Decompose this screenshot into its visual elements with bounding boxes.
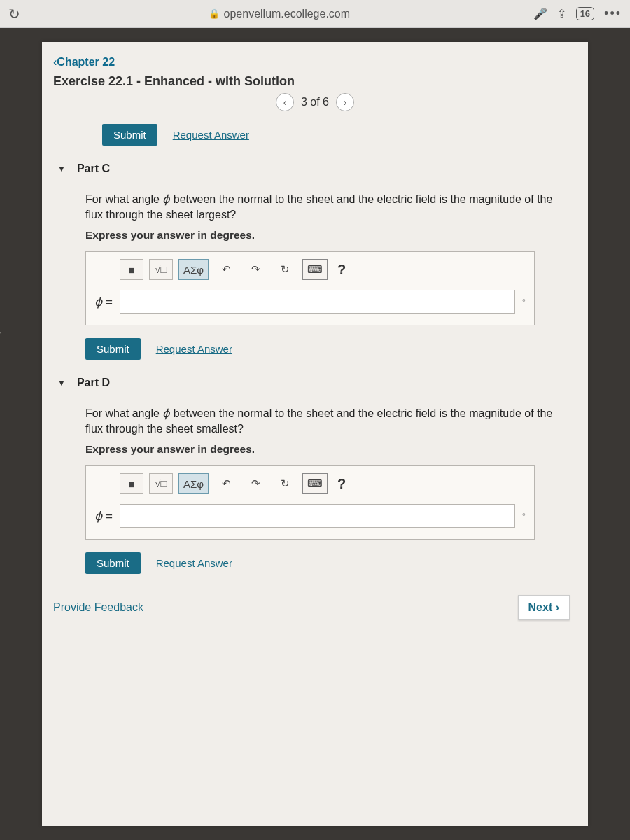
breadcrumb[interactable]: ‹Chapter 22 — [53, 56, 577, 69]
reset-button[interactable]: ↻ — [273, 473, 297, 494]
edge-chevron-icon: › — [0, 322, 1, 342]
unit-degree: ° — [522, 511, 526, 522]
part-label: Part C — [77, 162, 110, 175]
part-c-input-row: ϕ = ° — [94, 290, 526, 314]
keyboard-button[interactable]: ⌨ — [302, 473, 328, 494]
request-answer-link[interactable]: Request Answer — [156, 557, 232, 569]
submit-button[interactable]: Submit — [85, 338, 141, 360]
refresh-icon[interactable]: ↻ — [8, 6, 25, 22]
url-bar[interactable]: 🔒 openvellum.ecollege.com — [32, 8, 526, 20]
greek-button[interactable]: ΑΣφ — [178, 259, 209, 280]
help-button[interactable]: ? — [333, 262, 350, 278]
lock-icon: 🔒 — [209, 8, 220, 19]
part-c-question: For what angle ϕ between the normal to t… — [85, 192, 570, 222]
submit-button[interactable]: Submit — [102, 124, 158, 146]
part-c-submit-row: Submit Request Answer — [85, 338, 577, 360]
part-d-question: For what angle ϕ between the normal to t… — [85, 406, 570, 436]
part-c-instruction: Express your answer in degrees. — [85, 229, 570, 241]
more-icon[interactable]: ••• — [604, 6, 622, 21]
undo-button[interactable]: ↶ — [214, 259, 238, 280]
browser-toolbar: ↻ 🔒 openvellum.ecollege.com 🎤 ⇪ 16 ••• — [0, 0, 630, 28]
greek-button[interactable]: ΑΣφ — [178, 473, 209, 494]
request-answer-link[interactable]: Request Answer — [156, 343, 232, 355]
sqrt-button[interactable]: √□ — [149, 473, 173, 494]
phi-symbol: ϕ — [162, 407, 170, 419]
part-d-answer-box: ■ √□ ΑΣφ ↶ ↷ ↻ ⌨ ? ϕ = ° — [85, 465, 535, 540]
url-text: openvellum.ecollege.com — [224, 8, 351, 20]
redo-button[interactable]: ↷ — [244, 473, 267, 494]
submit-button[interactable]: Submit — [85, 552, 141, 574]
reset-button[interactable]: ↻ — [273, 259, 297, 280]
provide-feedback-link[interactable]: Provide Feedback — [53, 601, 144, 614]
equation-toolbar: ■ √□ ΑΣφ ↶ ↷ ↻ ⌨ ? — [120, 473, 526, 494]
phi-symbol: ϕ — [162, 193, 170, 205]
exercise-title: Exercise 22.1 - Enhanced - with Solution — [53, 74, 577, 89]
part-d-instruction: Express your answer in degrees. — [85, 443, 570, 456]
unit-degree: ° — [522, 297, 526, 307]
sqrt-button[interactable]: √□ — [149, 259, 173, 280]
part-c-answer-box: ■ √□ ΑΣφ ↶ ↷ ↻ ⌨ ? ϕ = ° — [85, 251, 535, 326]
part-d-input-row: ϕ = ° — [94, 504, 526, 528]
footer-row: Provide Feedback Next › — [53, 595, 570, 620]
variable-label: ϕ = — [94, 509, 113, 524]
redo-button[interactable]: ↷ — [244, 259, 267, 280]
part-d-submit-row: Submit Request Answer — [85, 552, 577, 574]
part-label: Part D — [77, 377, 110, 389]
mic-icon[interactable]: 🎤 — [533, 7, 547, 20]
variable-label: ϕ = — [94, 295, 113, 309]
templates-button[interactable]: ■ — [120, 259, 144, 280]
keyboard-button[interactable]: ⌨ — [302, 259, 328, 280]
part-d-header[interactable]: ▼ Part D — [57, 377, 577, 389]
equation-toolbar: ■ √□ ΑΣφ ↶ ↷ ↻ ⌨ ? — [120, 259, 526, 280]
share-icon[interactable]: ⇪ — [557, 7, 566, 20]
part-d-answer-input[interactable] — [120, 504, 515, 528]
request-answer-link[interactable]: Request Answer — [173, 129, 249, 141]
pager: ‹ 3 of 6 › — [53, 93, 577, 111]
part-c-header[interactable]: ▼ Part C — [57, 162, 577, 175]
pager-next-button[interactable]: › — [336, 93, 354, 111]
chapter-label: Chapter 22 — [57, 56, 115, 68]
top-submit-row: Submit Request Answer — [102, 124, 577, 146]
help-button[interactable]: ? — [333, 476, 350, 492]
collapse-icon: ▼ — [57, 164, 66, 174]
tab-count[interactable]: 16 — [576, 7, 594, 20]
next-button[interactable]: Next › — [518, 595, 570, 620]
templates-button[interactable]: ■ — [120, 473, 144, 494]
pager-status: 3 of 6 — [301, 96, 329, 108]
collapse-icon: ▼ — [57, 378, 66, 388]
page-content: ‹Chapter 22 Exercise 22.1 - Enhanced - w… — [42, 42, 588, 826]
undo-button[interactable]: ↶ — [214, 473, 238, 494]
part-c-answer-input[interactable] — [120, 290, 515, 314]
device-frame: › ‹Chapter 22 Exercise 22.1 - Enhanced -… — [0, 28, 630, 840]
pager-prev-button[interactable]: ‹ — [276, 93, 294, 111]
